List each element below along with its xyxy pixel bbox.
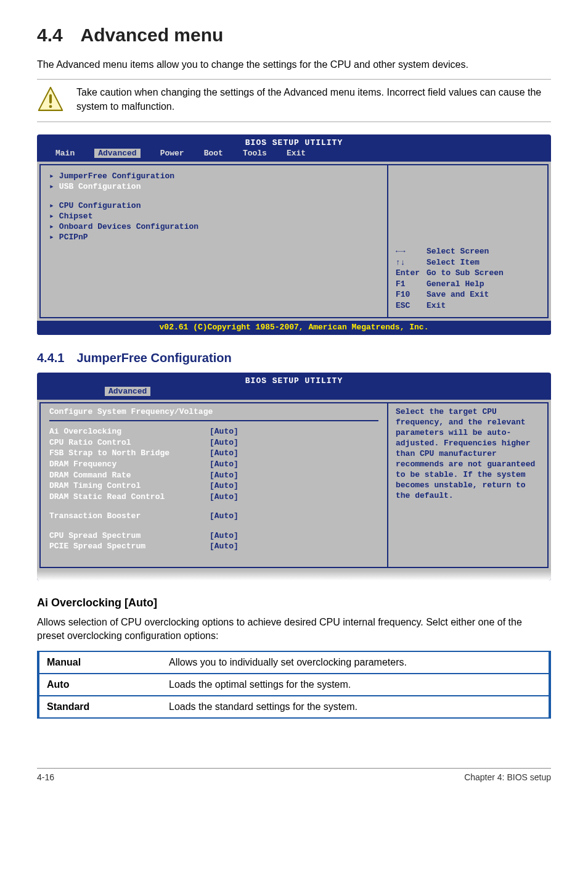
- tab-exit: Exit: [287, 149, 306, 158]
- menu-item: Chipset: [49, 212, 378, 222]
- tab-main: Main: [55, 149, 75, 158]
- subheading-441: 4.4.1 JumperFree Configuration: [37, 351, 551, 365]
- caution-box: Take caution when changing the settings …: [37, 79, 551, 122]
- menu-item: USB Configuration: [49, 182, 378, 192]
- bios-menubar: Main Advanced Power Boot Tools Exit: [37, 147, 551, 162]
- menu-item: Onboard Devices Configuration: [49, 222, 378, 233]
- table-row: ManualAllows you to individually set ove…: [38, 651, 550, 674]
- bios-screenshot-1: BIOS SETUP UTILITY Main Advanced Power B…: [37, 134, 551, 335]
- tab-power: Power: [160, 149, 184, 158]
- tab-advanced: Advanced: [94, 149, 140, 158]
- bios-screenshot-2: BIOS SETUP UTILITY Advanced Configure Sy…: [37, 373, 551, 580]
- menu-item: JumperFree Configuration: [49, 171, 378, 182]
- bios-footer: v02.61 (C)Copyright 1985-2007, American …: [37, 321, 551, 335]
- item-heading-ai-overclocking: Ai Overclocking [Auto]: [37, 596, 551, 609]
- caution-text: Take caution when changing the settings …: [76, 86, 551, 113]
- bios-title: BIOS SETUP UTILITY: [37, 134, 551, 147]
- section-title: Configure System Frequency/Voltage: [49, 407, 378, 421]
- bios-right-panel: ←→Select Screen ↑↓Select Item EnterGo to…: [388, 164, 549, 318]
- svg-rect-1: [49, 94, 52, 104]
- intro-paragraph: The Advanced menu items allow you to cha…: [37, 58, 551, 72]
- page-footer: 4-16 Chapter 4: BIOS setup: [37, 768, 551, 782]
- bios-left-panel: JumperFree Configuration USB Configurati…: [39, 164, 388, 318]
- overclock-description: Allows selection of CPU overclocking opt…: [37, 616, 551, 643]
- table-row: AutoLoads the optimal settings for the s…: [38, 674, 550, 696]
- chapter-label: Chapter 4: BIOS setup: [464, 772, 551, 782]
- warning-icon: [37, 86, 64, 115]
- bios-menubar: Advanced: [37, 386, 551, 400]
- tab-advanced: Advanced: [105, 387, 150, 396]
- menu-item: PCIPnP: [49, 233, 378, 243]
- page-heading: 4.4 Advanced menu: [37, 25, 551, 46]
- table-row: StandardLoads the standard settings for …: [38, 696, 550, 718]
- menu-item: CPU Configuration: [49, 201, 378, 212]
- svg-point-2: [49, 105, 52, 109]
- bios-title: BIOS SETUP UTILITY: [37, 373, 551, 386]
- bios-help-text: Select the target CPU frequency, and the…: [388, 402, 549, 567]
- page-number: 4-16: [37, 772, 54, 782]
- tab-tools: Tools: [243, 149, 267, 158]
- options-table: ManualAllows you to individually set ove…: [37, 651, 551, 719]
- tab-boot: Boot: [204, 149, 223, 158]
- bios-left-panel: Configure System Frequency/Voltage Ai Ov…: [39, 402, 388, 567]
